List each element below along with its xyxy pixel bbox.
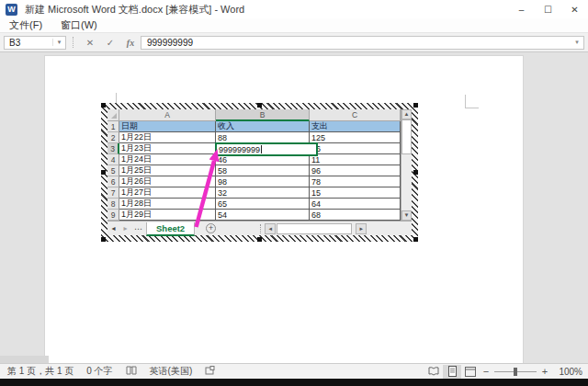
insert-function-icon[interactable]: fx bbox=[120, 38, 141, 48]
cell-b7[interactable]: 32 bbox=[216, 187, 310, 199]
row-header-9[interactable]: 9 bbox=[107, 210, 119, 221]
page-indicator[interactable]: 第 1 页，共 1 页 bbox=[7, 365, 74, 378]
text-cursor bbox=[261, 145, 262, 153]
cell-c5[interactable]: 96 bbox=[310, 165, 401, 176]
name-box[interactable]: B3 ▾ bbox=[4, 36, 66, 50]
crop-mark-top-left-v bbox=[116, 93, 117, 103]
statusbar-right: − + 100% bbox=[424, 365, 582, 379]
table-row: 7 1月27日 32 15 bbox=[107, 187, 401, 199]
window-bottom-edge bbox=[0, 379, 588, 386]
menu-bar: 文件(F) 窗口(W) bbox=[0, 18, 588, 33]
column-header-b[interactable]: B bbox=[216, 109, 310, 121]
handle-top-right[interactable] bbox=[413, 103, 418, 108]
formula-bar-expand-icon[interactable]: ▾ bbox=[571, 39, 583, 46]
name-box-dropdown-icon[interactable]: ▾ bbox=[52, 39, 65, 46]
word-count[interactable]: 0 个字 bbox=[86, 365, 112, 378]
menu-file[interactable]: 文件(F) bbox=[0, 18, 51, 32]
cell-c9[interactable]: 68 bbox=[310, 210, 401, 221]
column-header-c[interactable]: C bbox=[310, 109, 401, 121]
proofing-icon[interactable] bbox=[126, 366, 137, 378]
cell-a3[interactable]: 1月23日 bbox=[119, 143, 216, 154]
cell-c3[interactable]: 66 bbox=[310, 143, 401, 154]
cell-b6[interactable]: 98 bbox=[216, 176, 310, 187]
column-header-a[interactable]: A bbox=[119, 109, 216, 121]
scroll-up-icon[interactable]: ▲ bbox=[401, 109, 412, 119]
row-header-2[interactable]: 2 bbox=[107, 132, 119, 143]
document-area: A B C 1 日期 收入 支出 2 1月22日 88 125 bbox=[0, 52, 588, 363]
cell-c4[interactable]: 11 bbox=[310, 154, 401, 165]
cell-c6[interactable]: 78 bbox=[310, 176, 401, 187]
hscroll-right-icon[interactable]: ▸ bbox=[356, 223, 367, 234]
embedded-excel-object[interactable]: A B C 1 日期 收入 支出 2 1月22日 88 125 bbox=[101, 103, 418, 242]
word-app-icon: W bbox=[6, 4, 17, 16]
zoom-in-button[interactable]: + bbox=[538, 366, 551, 377]
handle-bottom-middle[interactable] bbox=[257, 237, 262, 242]
read-mode-icon[interactable] bbox=[424, 365, 443, 379]
sheet-tab-bar: ◂ ▸ ⋯ Sheet2 + ◂ ▸ bbox=[107, 221, 412, 235]
zoom-percentage[interactable]: 100% bbox=[551, 367, 582, 377]
zoom-slider[interactable] bbox=[494, 371, 537, 372]
row-header-3[interactable]: 3 bbox=[107, 143, 119, 154]
handle-left-middle[interactable] bbox=[101, 170, 106, 175]
table-row: 8 1月28日 65 64 bbox=[107, 199, 401, 210]
formula-input[interactable]: 999999999 ▾ bbox=[141, 36, 584, 50]
handle-top-middle[interactable] bbox=[257, 103, 262, 108]
maximize-button[interactable]: ☐ bbox=[535, 0, 561, 18]
sheet-vertical-scrollbar[interactable]: ▲ ▼ bbox=[401, 109, 412, 221]
more-sheets-icon[interactable]: ⋯ bbox=[131, 224, 146, 233]
cell-a4[interactable]: 1月24日 bbox=[119, 154, 216, 165]
table-row: 6 1月26日 98 78 bbox=[107, 176, 401, 187]
handle-bottom-right[interactable] bbox=[413, 237, 418, 242]
web-layout-icon[interactable] bbox=[461, 365, 480, 379]
cell-a6[interactable]: 1月26日 bbox=[119, 176, 216, 187]
cell-a2[interactable]: 1月22日 bbox=[119, 132, 216, 143]
row-header-1[interactable]: 1 bbox=[107, 121, 119, 132]
row-header-5[interactable]: 5 bbox=[107, 165, 119, 176]
cell-a5[interactable]: 1月25日 bbox=[119, 165, 216, 176]
add-sheet-icon[interactable]: + bbox=[206, 223, 216, 233]
zoom-out-button[interactable]: − bbox=[480, 366, 492, 377]
enter-entry-icon[interactable]: ✓ bbox=[100, 38, 120, 48]
macro-record-icon[interactable] bbox=[205, 366, 215, 378]
cell-c1[interactable]: 支出 bbox=[310, 121, 401, 132]
cell-a7[interactable]: 1月27日 bbox=[119, 187, 216, 199]
cell-b1[interactable]: 收入 bbox=[216, 121, 310, 132]
cell-grid: 1 日期 收入 支出 2 1月22日 88 125 3 1月23日 66 bbox=[107, 121, 401, 221]
cell-c2[interactable]: 125 bbox=[310, 132, 401, 143]
print-layout-icon[interactable] bbox=[443, 365, 461, 379]
row-header-4[interactable]: 4 bbox=[107, 154, 119, 165]
cancel-entry-icon[interactable]: ✕ bbox=[80, 38, 100, 48]
row-header-8[interactable]: 8 bbox=[107, 199, 119, 210]
worksheet-view: A B C 1 日期 收入 支出 2 1月22日 88 125 bbox=[107, 109, 412, 235]
menu-window[interactable]: 窗口(W) bbox=[51, 18, 107, 32]
handle-bottom-left[interactable] bbox=[101, 237, 106, 242]
minimize-button[interactable]: – bbox=[508, 0, 535, 18]
cell-b9[interactable]: 54 bbox=[216, 210, 310, 221]
cell-a1[interactable]: 日期 bbox=[119, 121, 216, 132]
cell-b8[interactable]: 65 bbox=[216, 199, 310, 210]
close-button[interactable]: ✕ bbox=[561, 0, 588, 18]
language-indicator[interactable]: 英语(美国) bbox=[150, 365, 193, 378]
prev-sheet-icon[interactable]: ◂ bbox=[107, 224, 119, 233]
row-header-6[interactable]: 6 bbox=[107, 176, 119, 187]
zoom-slider-thumb[interactable] bbox=[514, 368, 517, 376]
cell-c8[interactable]: 64 bbox=[310, 199, 401, 210]
handle-right-middle[interactable] bbox=[413, 170, 418, 175]
active-cell-editor-b3[interactable]: 999999999 bbox=[215, 142, 318, 156]
next-sheet-icon[interactable]: ▸ bbox=[119, 224, 131, 233]
column-header-row: A B C bbox=[107, 109, 401, 121]
handle-top-left[interactable] bbox=[101, 103, 106, 108]
vertical-scroll-thumb[interactable] bbox=[401, 119, 412, 154]
cell-c7[interactable]: 15 bbox=[310, 187, 401, 199]
crop-mark-top-right-v bbox=[465, 95, 466, 108]
cell-a9[interactable]: 1月29日 bbox=[119, 210, 216, 221]
scroll-down-icon[interactable]: ▼ bbox=[401, 210, 412, 221]
name-box-value: B3 bbox=[5, 38, 52, 48]
row-header-7[interactable]: 7 bbox=[107, 187, 119, 199]
select-all-corner[interactable] bbox=[107, 109, 119, 121]
tab-sheet2[interactable]: Sheet2 bbox=[146, 222, 195, 236]
cell-b5[interactable]: 58 bbox=[216, 165, 310, 176]
hscroll-left-icon[interactable]: ◂ bbox=[265, 223, 276, 234]
cell-a8[interactable]: 1月28日 bbox=[119, 199, 216, 210]
horizontal-scroll-thumb[interactable] bbox=[277, 223, 352, 234]
